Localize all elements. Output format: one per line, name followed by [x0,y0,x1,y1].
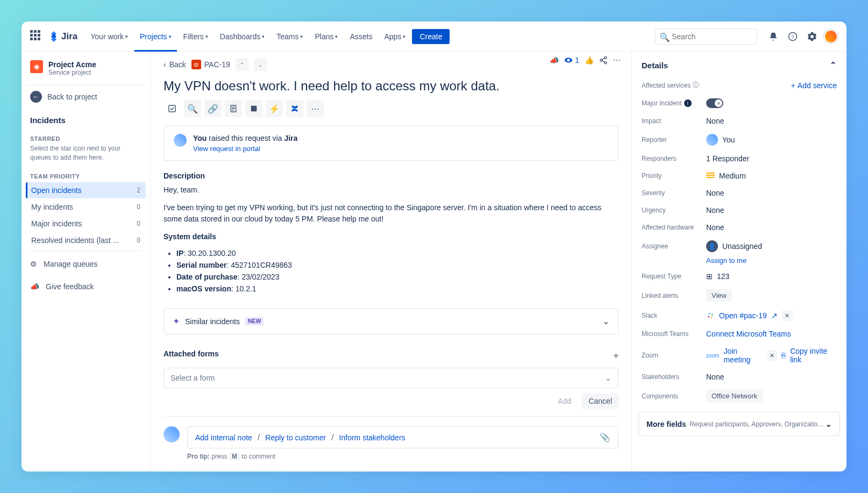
queue-open-incidents[interactable]: Open incidents2 [26,182,146,198]
add-internal-note[interactable]: Add internal note [195,433,252,442]
jira-logo[interactable]: Jira [48,31,77,42]
reporter-value[interactable]: You [706,134,837,146]
share-icon[interactable] [599,56,608,65]
nav-assets[interactable]: Assets [344,29,378,44]
more-actions-icon[interactable]: ⋯ [613,56,621,65]
prev-issue[interactable]: ⌃ [236,58,248,71]
impact-value[interactable]: None [706,117,837,125]
urgency-value[interactable]: None [706,206,837,215]
remove-zoom[interactable]: ✕ [767,350,777,361]
more-fields[interactable]: More fields Request participants, Approv… [638,412,840,436]
issue-actions: 📣 1 👍 ⋯ [550,56,621,65]
svg-point-3 [600,59,602,61]
hardware-value[interactable]: None [706,223,837,232]
slack-icon [706,311,715,320]
queue-my-incidents[interactable]: My incidents0 [26,199,146,215]
notifications-icon[interactable] [766,29,781,44]
info-icon[interactable]: i [684,99,692,107]
priority-value[interactable]: Medium [706,172,837,180]
back-button[interactable]: ‹Back [163,60,186,69]
zoom-join[interactable]: Join meeting [723,347,763,364]
search-issue-icon[interactable]: 🔍 [184,100,201,117]
add-form-icon[interactable]: + [614,351,618,361]
starred-label: STARRED [26,129,146,144]
raised-text: You raised this request via Jira [193,134,297,142]
copy-icon: ⎘ [781,351,786,360]
like-icon[interactable]: 👍 [585,56,594,65]
sparkle-icon: ✦ [173,316,180,326]
assignee-value[interactable]: 👤Unassigned [706,240,837,252]
major-incident-toggle[interactable] [706,98,723,108]
note-icon[interactable] [245,100,262,117]
teams-link[interactable]: Connect Microsoft Teams [706,330,837,338]
description-body[interactable]: Hey, team. I've been trying to get my VP… [163,184,618,293]
attach-icon[interactable]: 📎 [600,432,610,442]
back-arrow-icon: ← [30,91,42,103]
back-to-project[interactable]: ← Back to project [26,85,146,108]
nav-filters[interactable]: Filters▾ [178,29,214,44]
similar-incidents-panel[interactable]: ✦ Similar incidents NEW ⌄ [163,308,618,334]
queue-resolved-incidents[interactable]: Resolved incidents (last ...0 [26,232,146,248]
create-button[interactable]: Create [412,29,450,44]
details-header[interactable]: Details ⌃ [632,58,846,76]
reply-to-customer[interactable]: Reply to customer [265,433,326,442]
manage-queues[interactable]: ⚙Manage queues [26,254,146,274]
link-icon[interactable]: 🔗 [204,100,222,117]
nav-apps[interactable]: Apps▾ [379,29,411,44]
project-header[interactable]: ◉ Project Acme Service project [26,60,146,83]
svg-point-2 [604,56,607,59]
starred-help: Select the star icon next to your queues… [26,144,146,167]
lightning-icon[interactable]: ⚡ [266,100,283,117]
attach-icon[interactable] [163,100,181,117]
nav-plans[interactable]: Plans▾ [309,29,343,44]
help-icon[interactable]: ? [785,29,800,44]
more-toolbar-icon[interactable]: ⋯ [307,100,324,117]
feedback-icon[interactable]: 📣 [550,56,559,65]
jira-logo-icon [48,31,59,42]
current-user-avatar [163,426,180,442]
info-icon[interactable]: ⓘ [693,81,699,90]
nav-teams[interactable]: Teams▾ [271,29,308,44]
next-issue[interactable]: ⌄ [254,58,267,71]
project-icon: ◉ [30,60,43,73]
inform-stakeholders[interactable]: Inform stakeholders [339,433,405,442]
zoom-value: zoomJoin meeting✕⎘Copy invite link [706,347,837,364]
issue-key[interactable]: ⊘PAC-19 [191,60,230,69]
chevron-down-icon: ▾ [403,34,405,39]
request-type-value[interactable]: ⊞123 [706,272,837,281]
add-form-button[interactable]: Add [551,394,578,409]
components-value[interactable]: Office Network [706,390,837,402]
chevron-down-icon: ⌄ [825,419,832,429]
confluence-icon[interactable] [286,100,303,117]
settings-icon[interactable] [805,29,820,44]
zoom-icon: zoom [706,353,719,359]
zoom-copy-link[interactable]: Copy invite link [790,347,837,364]
attached-forms-label: Attached forms [163,349,219,358]
user-avatar[interactable] [824,30,838,44]
nav-your-work[interactable]: Your work▾ [85,29,133,44]
severity-value[interactable]: None [706,189,837,197]
give-feedback[interactable]: 📣Give feedback [26,277,146,296]
form-select[interactable]: Select a form ⌄ [163,368,618,388]
queue-major-incidents[interactable]: Major incidents0 [26,216,146,232]
issue-title[interactable]: My VPN doesn't work. I need help to acce… [163,78,618,94]
search-input[interactable] [655,28,757,45]
nav-dashboards[interactable]: Dashboards▾ [215,29,271,44]
page-icon[interactable] [225,100,242,117]
external-link-icon: ↗ [771,311,778,320]
stakeholders-value[interactable]: None [706,373,837,381]
nav-projects[interactable]: Projects▾ [134,29,177,44]
view-in-portal[interactable]: View request in portal [193,145,297,153]
linked-alerts-value[interactable]: View [706,289,837,302]
gear-icon: ⚙ [30,260,37,268]
responders-value[interactable]: 1 Responder [706,154,837,163]
chevron-left-icon: ‹ [163,60,166,69]
app-switcher-icon[interactable] [30,30,43,43]
comment-input[interactable]: Add internal note / Reply to customer / … [187,426,618,448]
watchers[interactable]: 1 [564,56,579,65]
slack-link[interactable]: Open #pac-19↗✕ [706,310,837,321]
cancel-form-button[interactable]: Cancel [582,394,618,409]
remove-slack[interactable]: ✕ [782,310,793,321]
assign-to-me[interactable]: Assign to me [632,256,846,268]
add-service[interactable]: + Add service [791,81,837,90]
